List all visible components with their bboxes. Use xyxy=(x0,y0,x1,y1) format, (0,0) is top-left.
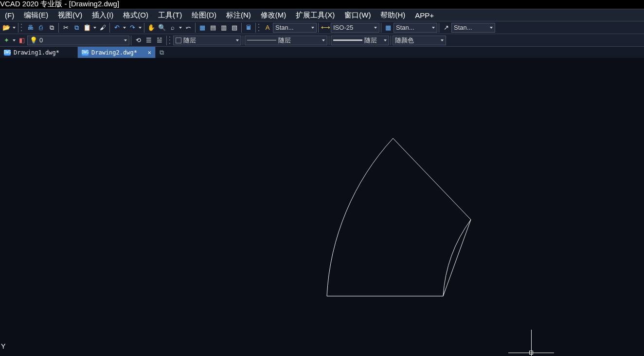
tool-palettes-button[interactable]: ▥ xyxy=(219,23,229,33)
svg-line-2 xyxy=(393,138,471,220)
menu-view[interactable]: 视图(V) xyxy=(53,9,87,21)
redo-button[interactable]: ↷ xyxy=(127,23,137,33)
dwg-file-icon: DWG xyxy=(82,50,89,56)
dwg-file-icon: DWG xyxy=(4,50,11,56)
toolbar-grip[interactable] xyxy=(258,23,261,33)
dim-style-combo[interactable]: ISO-25 xyxy=(331,23,379,33)
printer-icon: 🖶 xyxy=(27,24,34,31)
menu-file[interactable]: (F) xyxy=(0,9,19,21)
match-properties-button[interactable]: 🖌 xyxy=(98,23,107,33)
design-center-button[interactable]: ▤ xyxy=(208,23,218,33)
zoom-realtime-button[interactable]: 🔍 xyxy=(157,23,167,33)
layer-properties-button[interactable]: ✦ xyxy=(1,36,11,45)
paste-dropdown[interactable] xyxy=(92,27,97,29)
new-tab-button[interactable]: ⧉ xyxy=(156,47,167,58)
toolbar-separator xyxy=(241,23,242,33)
color-combo[interactable]: 随层 xyxy=(173,36,241,45)
paste-button[interactable]: 📋 xyxy=(82,23,92,33)
layer-states-icon: ◧ xyxy=(19,37,25,43)
toolbar-separator xyxy=(439,23,439,33)
menu-modify[interactable]: 修改(M) xyxy=(256,9,291,21)
menu-bar: (F) 编辑(E) 视图(V) 插入(I) 格式(O) 工具(T) 绘图(D) … xyxy=(0,9,644,21)
zoom-dropdown[interactable] xyxy=(178,27,183,29)
menu-dimension[interactable]: 标注(N) xyxy=(221,9,256,21)
drawing-canvas[interactable]: Y xyxy=(0,58,644,356)
plotstyle-value: 随颜色 xyxy=(395,36,414,45)
pan-button[interactable]: ✋ xyxy=(146,23,156,33)
document-tab[interactable]: DWG Drawing1.dwg* xyxy=(0,47,78,58)
lineweight-combo[interactable]: 随层 xyxy=(331,36,389,45)
menu-insert[interactable]: 插入(I) xyxy=(87,9,118,21)
layer-match-icon: ☱ xyxy=(157,37,162,43)
document-tab-label: Drawing1.dwg* xyxy=(14,49,59,56)
sheet-set-button[interactable]: ▧ xyxy=(230,23,239,33)
mleader-style-combo[interactable]: Stan... xyxy=(451,23,495,33)
redo-icon: ↷ xyxy=(130,24,135,31)
ucs-y-axis-icon: Y xyxy=(1,342,5,350)
menu-tools[interactable]: 工具(T) xyxy=(153,9,187,21)
table-style-combo[interactable]: Stan... xyxy=(394,23,437,33)
open-button[interactable]: 📂 xyxy=(1,23,11,33)
menu-express[interactable]: 扩展工具(X) xyxy=(291,9,340,21)
undo-dropdown[interactable] xyxy=(122,27,127,29)
layer-previous-button[interactable]: ⟲ xyxy=(133,36,143,45)
design-center-icon: ▤ xyxy=(210,24,216,31)
menu-app[interactable]: APP+ xyxy=(410,9,439,21)
close-tab-icon[interactable]: × xyxy=(148,49,151,56)
layer-match-button[interactable]: ☱ xyxy=(155,36,164,45)
toolbar-separator xyxy=(243,36,243,45)
table-style-value: Stan... xyxy=(396,24,414,31)
brush-icon: 🖌 xyxy=(100,24,106,31)
layer-combo[interactable]: 💡 0 xyxy=(27,36,129,45)
calculator-icon: 🖩 xyxy=(246,24,252,31)
toolbar-separator xyxy=(255,23,256,33)
table-style-button[interactable]: ▦ xyxy=(383,23,393,33)
mleader-style-value: Stan... xyxy=(454,24,472,31)
zoom-window-button[interactable]: ⌕ xyxy=(168,23,178,33)
toolbar-separator xyxy=(166,36,167,45)
layer-states-button[interactable]: ◧ xyxy=(17,36,27,45)
linetype-value: 随层 xyxy=(278,36,291,45)
title-bar: VCAD 2020 专业版 - [Drawing2.dwg] xyxy=(0,0,644,9)
text-style-combo[interactable]: Stan... xyxy=(273,23,317,33)
toolbar-separator xyxy=(329,36,329,45)
print-preview-button[interactable]: ⎙ xyxy=(36,23,46,33)
scissors-icon: ✂ xyxy=(63,24,69,31)
layer-isolate-button[interactable]: ☰ xyxy=(144,36,154,45)
calculator-button[interactable]: 🖩 xyxy=(244,23,253,33)
toolbar-grip[interactable] xyxy=(169,36,172,45)
toolbar-grip[interactable] xyxy=(21,23,24,33)
plotstyle-combo[interactable]: 随颜色 xyxy=(393,36,446,45)
print-button[interactable]: 🖶 xyxy=(25,23,35,33)
tool-palettes-icon: ▥ xyxy=(221,24,227,31)
mleader-style-button[interactable]: ↗ xyxy=(441,23,451,33)
table-style-icon: ▦ xyxy=(385,24,391,31)
menu-window[interactable]: 窗口(W) xyxy=(340,9,376,21)
app-title: VCAD 2020 专业版 - [Drawing2.dwg] xyxy=(0,0,119,8)
dim-style-button[interactable]: ⟷ xyxy=(321,23,330,33)
document-tab-bar: DWG Drawing1.dwg* DWG Drawing2.dwg* × ⧉ xyxy=(0,47,644,58)
magnifier-icon: 🔍 xyxy=(158,24,166,31)
zoom-previous-button[interactable]: ⤺ xyxy=(183,23,193,33)
layer-name: 0 xyxy=(39,37,43,44)
sheet-set-icon: ▧ xyxy=(232,24,237,31)
menu-draw[interactable]: 绘图(D) xyxy=(187,9,221,21)
copy-button[interactable]: ⧉ xyxy=(72,23,81,33)
linetype-combo[interactable]: 随层 xyxy=(245,36,327,45)
redo-dropdown[interactable] xyxy=(138,27,143,29)
menu-help[interactable]: 帮助(H) xyxy=(376,9,410,21)
layer-dropdown-button[interactable] xyxy=(12,39,17,41)
undo-button[interactable]: ↶ xyxy=(112,23,122,33)
plus-file-icon: ⧉ xyxy=(160,49,164,56)
menu-format[interactable]: 格式(O) xyxy=(118,9,153,21)
toolbar-separator xyxy=(131,36,131,45)
dim-style-icon: ⟷ xyxy=(321,24,330,31)
toolbar-separator xyxy=(58,23,59,33)
cut-button[interactable]: ✂ xyxy=(61,23,71,33)
properties-button[interactable]: ▦ xyxy=(197,23,207,33)
menu-edit[interactable]: 编辑(E) xyxy=(19,9,53,21)
open-dropdown[interactable] xyxy=(12,27,17,29)
text-style-button[interactable]: A xyxy=(263,23,272,33)
document-tab-active[interactable]: DWG Drawing2.dwg* × xyxy=(78,47,156,58)
publish-button[interactable]: ⧉ xyxy=(47,23,56,33)
